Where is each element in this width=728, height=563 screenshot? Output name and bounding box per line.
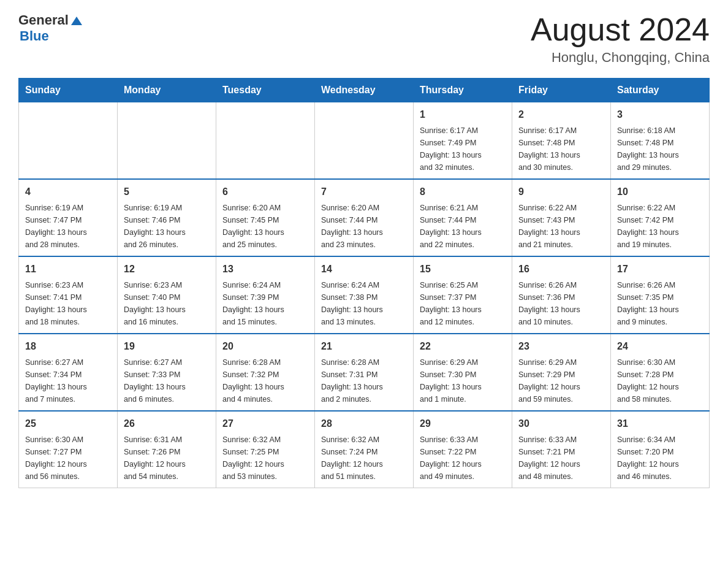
day-number: 28 — [321, 416, 407, 431]
calendar-day-header: Tuesday — [216, 79, 315, 102]
calendar-day-cell: 31Sunrise: 6:34 AM Sunset: 7:20 PM Dayli… — [611, 411, 710, 488]
calendar-week-row: 18Sunrise: 6:27 AM Sunset: 7:34 PM Dayli… — [19, 334, 710, 411]
day-info: Sunrise: 6:22 AM Sunset: 7:43 PM Dayligh… — [518, 202, 604, 251]
calendar-day-cell: 14Sunrise: 6:24 AM Sunset: 7:38 PM Dayli… — [315, 256, 414, 334]
calendar-week-row: 11Sunrise: 6:23 AM Sunset: 7:41 PM Dayli… — [19, 256, 710, 334]
calendar-day-header: Sunday — [19, 79, 118, 102]
day-info: Sunrise: 6:21 AM Sunset: 7:44 PM Dayligh… — [420, 202, 506, 251]
day-info: Sunrise: 6:20 AM Sunset: 7:44 PM Dayligh… — [321, 202, 407, 251]
day-number: 7 — [321, 185, 407, 199]
calendar-week-row: 4Sunrise: 6:19 AM Sunset: 7:47 PM Daylig… — [19, 179, 710, 256]
calendar-day-cell: 29Sunrise: 6:33 AM Sunset: 7:22 PM Dayli… — [414, 411, 512, 488]
calendar-day-cell: 9Sunrise: 6:22 AM Sunset: 7:43 PM Daylig… — [512, 179, 611, 256]
day-info: Sunrise: 6:33 AM Sunset: 7:22 PM Dayligh… — [420, 434, 506, 483]
calendar-day-cell: 23Sunrise: 6:29 AM Sunset: 7:29 PM Dayli… — [512, 334, 611, 411]
calendar-day-cell — [118, 102, 216, 180]
page-subtitle: Honglu, Chongqing, China — [531, 50, 710, 66]
calendar-day-cell: 7Sunrise: 6:20 AM Sunset: 7:44 PM Daylig… — [315, 179, 414, 256]
day-number: 8 — [420, 185, 506, 199]
calendar-day-cell — [19, 102, 118, 180]
day-number: 22 — [420, 339, 506, 354]
logo-triangle-icon — [70, 14, 83, 28]
page-header: General Blue August 2024 Honglu, Chongqi… — [18, 12, 710, 66]
title-block: August 2024 Honglu, Chongqing, China — [531, 12, 710, 66]
calendar-day-cell: 4Sunrise: 6:19 AM Sunset: 7:47 PM Daylig… — [19, 179, 118, 256]
calendar-day-cell: 20Sunrise: 6:28 AM Sunset: 7:32 PM Dayli… — [216, 334, 315, 411]
calendar-day-cell: 1Sunrise: 6:17 AM Sunset: 7:49 PM Daylig… — [414, 102, 512, 180]
day-info: Sunrise: 6:27 AM Sunset: 7:33 PM Dayligh… — [124, 356, 210, 405]
calendar-day-cell: 2Sunrise: 6:17 AM Sunset: 7:48 PM Daylig… — [512, 102, 611, 180]
calendar-day-cell — [216, 102, 315, 180]
day-info: Sunrise: 6:33 AM Sunset: 7:21 PM Dayligh… — [518, 434, 604, 483]
day-number: 6 — [222, 185, 308, 199]
day-info: Sunrise: 6:28 AM Sunset: 7:31 PM Dayligh… — [321, 356, 407, 405]
calendar-day-cell: 21Sunrise: 6:28 AM Sunset: 7:31 PM Dayli… — [315, 334, 414, 411]
day-info: Sunrise: 6:17 AM Sunset: 7:49 PM Dayligh… — [420, 124, 506, 174]
day-number: 11 — [25, 262, 111, 277]
calendar-day-cell: 18Sunrise: 6:27 AM Sunset: 7:34 PM Dayli… — [19, 334, 118, 411]
day-number: 16 — [518, 262, 604, 277]
day-number: 15 — [420, 262, 506, 277]
day-info: Sunrise: 6:24 AM Sunset: 7:39 PM Dayligh… — [222, 279, 308, 328]
calendar-day-cell: 28Sunrise: 6:32 AM Sunset: 7:24 PM Dayli… — [315, 411, 414, 488]
calendar-day-header: Friday — [512, 79, 611, 102]
calendar-day-cell: 5Sunrise: 6:19 AM Sunset: 7:46 PM Daylig… — [118, 179, 216, 256]
day-number: 17 — [617, 262, 703, 277]
day-info: Sunrise: 6:32 AM Sunset: 7:24 PM Dayligh… — [321, 434, 407, 483]
day-info: Sunrise: 6:32 AM Sunset: 7:25 PM Dayligh… — [222, 434, 308, 483]
calendar-day-cell: 26Sunrise: 6:31 AM Sunset: 7:26 PM Dayli… — [118, 411, 216, 488]
day-number: 20 — [222, 339, 308, 354]
calendar-day-cell: 19Sunrise: 6:27 AM Sunset: 7:33 PM Dayli… — [118, 334, 216, 411]
day-info: Sunrise: 6:23 AM Sunset: 7:41 PM Dayligh… — [25, 279, 111, 328]
calendar-day-header: Saturday — [611, 79, 710, 102]
day-info: Sunrise: 6:25 AM Sunset: 7:37 PM Dayligh… — [420, 279, 506, 328]
day-info: Sunrise: 6:27 AM Sunset: 7:34 PM Dayligh… — [25, 356, 111, 405]
calendar-day-cell: 15Sunrise: 6:25 AM Sunset: 7:37 PM Dayli… — [414, 256, 512, 334]
day-number: 9 — [518, 185, 604, 199]
calendar-day-cell: 11Sunrise: 6:23 AM Sunset: 7:41 PM Dayli… — [19, 256, 118, 334]
day-info: Sunrise: 6:28 AM Sunset: 7:32 PM Dayligh… — [222, 356, 308, 405]
calendar-day-cell: 6Sunrise: 6:20 AM Sunset: 7:45 PM Daylig… — [216, 179, 315, 256]
calendar-header-row: SundayMondayTuesdayWednesdayThursdayFrid… — [19, 79, 710, 102]
calendar-day-header: Monday — [118, 79, 216, 102]
logo-general-text: General — [18, 12, 69, 28]
calendar-week-row: 25Sunrise: 6:30 AM Sunset: 7:27 PM Dayli… — [19, 411, 710, 488]
calendar-day-cell: 30Sunrise: 6:33 AM Sunset: 7:21 PM Dayli… — [512, 411, 611, 488]
day-info: Sunrise: 6:20 AM Sunset: 7:45 PM Dayligh… — [222, 202, 308, 251]
calendar-table: SundayMondayTuesdayWednesdayThursdayFrid… — [18, 78, 710, 488]
day-number: 18 — [25, 339, 111, 354]
day-info: Sunrise: 6:19 AM Sunset: 7:47 PM Dayligh… — [25, 202, 111, 251]
day-number: 10 — [617, 185, 703, 199]
day-number: 21 — [321, 339, 407, 354]
day-number: 4 — [25, 185, 111, 199]
day-number: 13 — [222, 262, 308, 277]
day-info: Sunrise: 6:31 AM Sunset: 7:26 PM Dayligh… — [124, 434, 210, 483]
day-info: Sunrise: 6:26 AM Sunset: 7:35 PM Dayligh… — [617, 279, 703, 328]
calendar-week-row: 1Sunrise: 6:17 AM Sunset: 7:49 PM Daylig… — [19, 102, 710, 180]
day-number: 5 — [124, 185, 210, 199]
calendar-day-cell: 3Sunrise: 6:18 AM Sunset: 7:48 PM Daylig… — [611, 102, 710, 180]
day-info: Sunrise: 6:17 AM Sunset: 7:48 PM Dayligh… — [518, 124, 604, 174]
day-number: 19 — [124, 339, 210, 354]
day-info: Sunrise: 6:30 AM Sunset: 7:28 PM Dayligh… — [617, 356, 703, 405]
logo: General Blue — [18, 12, 83, 44]
day-number: 25 — [25, 416, 111, 431]
day-info: Sunrise: 6:24 AM Sunset: 7:38 PM Dayligh… — [321, 279, 407, 328]
day-number: 27 — [222, 416, 308, 431]
day-number: 24 — [617, 339, 703, 354]
svg-marker-0 — [71, 17, 82, 25]
day-number: 2 — [518, 107, 604, 122]
day-info: Sunrise: 6:22 AM Sunset: 7:42 PM Dayligh… — [617, 202, 703, 251]
day-info: Sunrise: 6:19 AM Sunset: 7:46 PM Dayligh… — [124, 202, 210, 251]
day-info: Sunrise: 6:23 AM Sunset: 7:40 PM Dayligh… — [124, 279, 210, 328]
day-info: Sunrise: 6:34 AM Sunset: 7:20 PM Dayligh… — [617, 434, 703, 483]
calendar-day-cell: 8Sunrise: 6:21 AM Sunset: 7:44 PM Daylig… — [414, 179, 512, 256]
logo-blue-text: Blue — [20, 28, 83, 44]
calendar-day-cell: 27Sunrise: 6:32 AM Sunset: 7:25 PM Dayli… — [216, 411, 315, 488]
day-info: Sunrise: 6:29 AM Sunset: 7:29 PM Dayligh… — [518, 356, 604, 405]
calendar-day-cell: 16Sunrise: 6:26 AM Sunset: 7:36 PM Dayli… — [512, 256, 611, 334]
day-number: 23 — [518, 339, 604, 354]
calendar-day-cell: 10Sunrise: 6:22 AM Sunset: 7:42 PM Dayli… — [611, 179, 710, 256]
day-number: 29 — [420, 416, 506, 431]
calendar-day-cell: 13Sunrise: 6:24 AM Sunset: 7:39 PM Dayli… — [216, 256, 315, 334]
